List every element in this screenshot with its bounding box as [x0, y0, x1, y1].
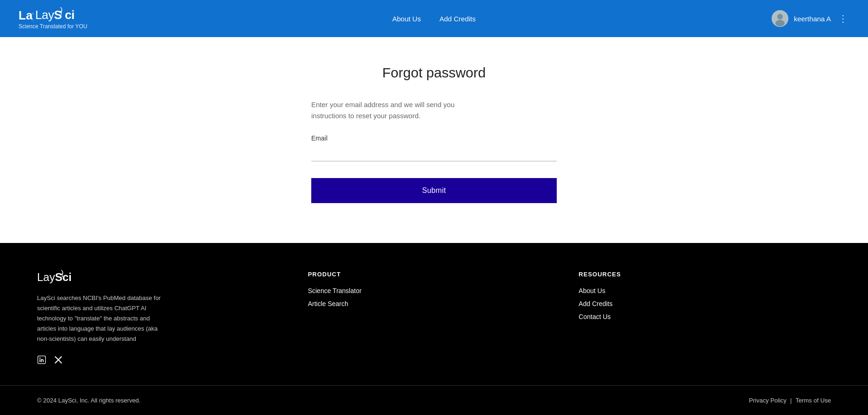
footer-contact-us[interactable]: Contact Us	[579, 313, 831, 320]
header-brand: Lay LayS ci Science Translated for YOU	[19, 7, 88, 30]
header-nav: About Us Add Credits	[392, 15, 476, 23]
svg-point-5	[61, 273, 63, 275]
footer-bottom: © 2024 LaySci, Inc. All rights reserved.…	[37, 386, 831, 415]
footer-resources-title: RESOURCES	[579, 271, 831, 278]
header: Lay LayS ci Science Translated for YOU A…	[0, 0, 868, 37]
footer-brand: LayS ci LaySci searches NCBI's PubMed da…	[37, 271, 289, 367]
nav-add-credits[interactable]: Add Credits	[440, 15, 476, 23]
social-links	[37, 355, 289, 367]
terms-of-use-link[interactable]: Terms of Use	[795, 397, 831, 404]
logo[interactable]: Lay LayS ci	[19, 7, 88, 22]
privacy-policy-link[interactable]: Privacy Policy	[749, 397, 786, 404]
footer-product-title: PRODUCT	[308, 271, 560, 278]
footer-top: LayS ci LaySci searches NCBI's PubMed da…	[37, 271, 831, 385]
footer-copyright: © 2024 LaySci, Inc. All rights reserved.	[37, 397, 140, 404]
footer-product: PRODUCT Science Translator Article Searc…	[308, 271, 560, 367]
footer-separator: |	[790, 397, 792, 404]
footer-article-search[interactable]: Article Search	[308, 300, 560, 307]
footer-add-credits[interactable]: Add Credits	[579, 300, 831, 307]
logo-text: LayS ci	[35, 8, 75, 22]
logo-icon: Lay	[19, 7, 33, 22]
username: keerthana A	[794, 15, 831, 23]
svg-point-4	[775, 20, 785, 26]
svg-text:Lay: Lay	[19, 8, 33, 22]
logo-science-icon	[57, 7, 64, 15]
svg-point-7	[39, 358, 41, 359]
email-input[interactable]	[311, 146, 557, 161]
footer-logo: LayS ci	[37, 271, 289, 284]
x-twitter-icon[interactable]	[54, 355, 63, 367]
footer-resources: RESOURCES About Us Add Credits Contact U…	[579, 271, 831, 367]
header-user-area: keerthana A ⋮	[772, 10, 849, 27]
footer-about-us[interactable]: About Us	[579, 287, 831, 294]
page-title: Forgot password	[311, 65, 557, 81]
form-description: Enter your email address and we will sen…	[311, 99, 557, 121]
footer-logo-text: LayS ci	[37, 271, 72, 284]
main-content: Forgot password Enter your email address…	[0, 37, 868, 243]
submit-button[interactable]: Submit	[311, 178, 557, 203]
email-label: Email	[311, 134, 557, 142]
footer-logo-icon	[59, 270, 64, 277]
nav-about-us[interactable]: About Us	[392, 15, 421, 23]
footer: LayS ci LaySci searches NCBI's PubMed da…	[0, 243, 868, 415]
avatar	[772, 10, 788, 27]
menu-dots-icon[interactable]: ⋮	[837, 11, 849, 26]
svg-point-3	[777, 14, 783, 19]
svg-point-1	[61, 11, 62, 12]
forgot-password-form: Forgot password Enter your email address…	[311, 65, 557, 203]
logo-subtitle: Science Translated for YOU	[19, 23, 88, 30]
footer-science-translator[interactable]: Science Translator	[308, 287, 560, 294]
linkedin-icon[interactable]	[37, 355, 46, 367]
footer-description: LaySci searches NCBI's PubMed database f…	[37, 293, 167, 344]
footer-bottom-links: Privacy Policy | Terms of Use	[749, 397, 831, 404]
email-input-wrapper: Email	[311, 134, 557, 161]
